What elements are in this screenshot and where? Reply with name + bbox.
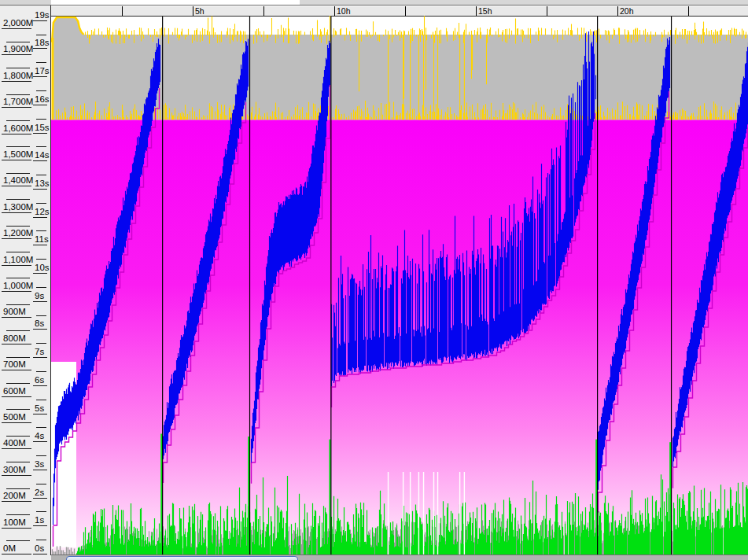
y-memory-tick [2, 448, 31, 449]
y-seconds-minor-tick [36, 287, 46, 288]
y-memory-minor-tick [6, 278, 30, 278]
full-gc-pause-bar [669, 442, 671, 554]
y-memory-minor-tick [6, 94, 30, 95]
full-gc-line [330, 17, 331, 554]
full-gc-pause-bar [595, 440, 597, 554]
horizontal-scrollbar-track[interactable] [51, 554, 748, 560]
y-axis-memory-label: 400M [3, 438, 26, 448]
y-axis-seconds-label: 16s [35, 94, 50, 104]
y-axis-memory-label: 800M [3, 333, 26, 343]
full-gc-line [249, 17, 250, 554]
x-ruler-label: 5h [195, 6, 205, 16]
y-axis-memory-label: 1,100M [3, 255, 33, 264]
y-seconds-tick [33, 245, 47, 245]
y-memory-minor-tick [6, 68, 30, 68]
y-memory-tick [2, 317, 31, 318]
y-seconds-minor-tick [36, 455, 46, 456]
y-memory-tick [2, 422, 31, 423]
x-ruler-tick [405, 6, 406, 16]
y-memory-tick [2, 54, 31, 55]
y-seconds-minor-tick [36, 343, 46, 344]
x-ruler-label: 15h [478, 6, 492, 16]
y-axis-seconds-label: 11s [35, 234, 49, 244]
y-memory-tick [2, 28, 31, 29]
y-axis-memory-label: 1,300M [3, 202, 33, 212]
y-axis-memory-label: 1,800M [3, 71, 33, 80]
x-ruler-tick [263, 6, 264, 16]
y-memory-tick [2, 265, 31, 266]
y-axis-memory-label: 1,900M [3, 44, 33, 53]
y-seconds-minor-tick [36, 175, 46, 175]
y-memory-minor-tick [6, 120, 30, 121]
full-gc-pause-bar [248, 437, 249, 554]
y-axis-seconds-label: 0s [35, 543, 44, 553]
y-memory-minor-tick [6, 409, 30, 410]
x-ruler-tick [476, 6, 477, 16]
y-axis-memory-label: 0M [3, 543, 16, 553]
y-axis-seconds-label: 6s [35, 375, 44, 385]
y-seconds-minor-tick [36, 511, 46, 512]
y-seconds-tick [33, 273, 47, 274]
y-axis-memory-label: 200M [3, 491, 26, 500]
y-seconds-minor-tick [36, 484, 46, 484]
y-axis-seconds-label: 19s [35, 10, 50, 20]
y-seconds-minor-tick [36, 259, 46, 260]
y-axis-seconds-label: 12s [35, 207, 50, 216]
y-seconds-tick [33, 441, 47, 442]
y-axis-seconds-label: 5s [35, 403, 44, 413]
y-axis-memory-label: 1,600M [3, 123, 33, 133]
y-seconds-tick [33, 385, 47, 386]
y-seconds-tick [33, 20, 47, 21]
x-ruler-tick [547, 6, 547, 16]
x-ruler-tick [122, 6, 123, 16]
full-gc-line [597, 17, 598, 554]
y-axis-gutter: 0M100M200M300M400M500M600M700M800M900M1,… [0, 0, 51, 560]
y-memory-minor-tick [6, 173, 30, 174]
y-seconds-tick [33, 498, 47, 499]
y-axis-memory-label: 600M [3, 386, 26, 396]
y-axis-seconds-label: 10s [35, 263, 50, 272]
y-memory-tick [2, 81, 31, 82]
y-seconds-tick [33, 217, 47, 218]
y-memory-tick [2, 107, 31, 108]
y-axis-memory-label: 1,500M [3, 149, 33, 159]
y-memory-tick [2, 160, 31, 160]
y-memory-minor-tick [6, 42, 30, 42]
y-memory-tick [2, 186, 31, 186]
y-seconds-minor-tick [36, 371, 46, 372]
y-axis-memory-label: 1,400M [3, 175, 33, 185]
y-seconds-tick [33, 525, 47, 526]
y-seconds-tick [33, 105, 47, 105]
y-memory-minor-tick [6, 304, 30, 305]
y-seconds-tick [33, 301, 47, 302]
y-axis-memory-label: 2,000M [3, 18, 33, 28]
y-axis-seconds-label: 17s [35, 66, 50, 76]
horizontal-scrollbar-thumb[interactable] [66, 556, 298, 560]
y-seconds-tick [33, 470, 47, 470]
y-axis-memory-label: 1,000M [3, 281, 33, 290]
x-ruler-tick [688, 6, 689, 16]
y-memory-minor-tick [6, 383, 30, 384]
y-axis-seconds-label: 1s [35, 515, 44, 525]
y-axis-seconds-label: 3s [35, 459, 44, 469]
y-axis-seconds-label: 13s [35, 179, 50, 188]
y-memory-tick [2, 396, 31, 397]
chart-canvas[interactable] [51, 16, 748, 554]
y-memory-minor-tick [6, 357, 30, 358]
x-ruler-tick [617, 6, 618, 16]
y-seconds-minor-tick [36, 315, 46, 316]
young-gen-start-column [52, 38, 54, 120]
y-memory-tick [2, 554, 31, 554]
y-axis-seconds-label: 14s [35, 150, 50, 160]
x-ruler-label: 10h [337, 6, 351, 16]
y-seconds-minor-tick [36, 90, 46, 91]
y-seconds-tick [33, 329, 47, 330]
y-axis-memory-label: 500M [3, 412, 26, 422]
y-seconds-minor-tick [36, 146, 46, 147]
y-axis-memory-label: 1,700M [3, 97, 33, 106]
y-axis-memory-label: 900M [3, 307, 26, 316]
y-axis-seconds-label: 4s [35, 431, 44, 440]
y-memory-minor-tick [6, 436, 30, 437]
y-seconds-tick [33, 357, 47, 358]
y-axis-memory-label: 700M [3, 359, 26, 369]
